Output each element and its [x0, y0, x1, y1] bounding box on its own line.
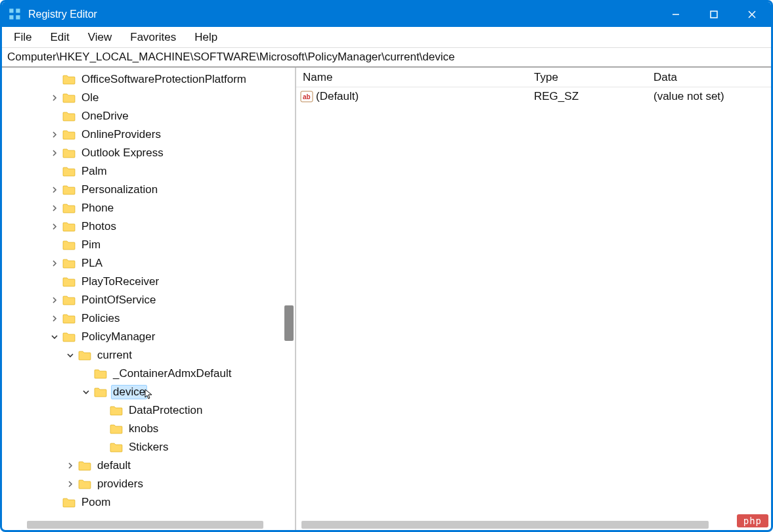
maximize-button[interactable] [695, 2, 733, 27]
tree-node-label: Poom [79, 495, 112, 510]
tree-node[interactable]: OfficeSoftwareProtectionPlatform [2, 70, 295, 89]
tree-node-label: current [95, 348, 134, 363]
tree-node-label: default [95, 458, 133, 473]
value-row[interactable]: ab(Default)REG_SZ(value not set) [296, 87, 771, 106]
tree-node[interactable]: Palm [2, 162, 295, 181]
folder-icon [94, 387, 107, 397]
tree-node-label: Outlook Express [79, 146, 166, 160]
chevron-right-icon[interactable] [49, 313, 60, 324]
tree-node[interactable]: Outlook Express [2, 144, 295, 162]
folder-icon [62, 221, 76, 232]
tree-node[interactable]: Policies [2, 309, 295, 328]
folder-icon [78, 460, 91, 471]
tree-node[interactable]: PlayToReceiver [2, 273, 295, 291]
tree-node-label: OneDrive [79, 109, 131, 123]
registry-tree[interactable]: OfficeSoftwareProtectionPlatformOleOneDr… [2, 68, 295, 512]
tree-node-label: PolicyManager [79, 330, 157, 344]
tree-node-label: Phone [79, 201, 116, 215]
values-list[interactable]: ab(Default)REG_SZ(value not set) [296, 87, 771, 106]
svg-rect-1 [16, 9, 20, 12]
tree-node[interactable]: Photos [2, 217, 295, 236]
chevron-right-icon[interactable] [49, 203, 60, 213]
folder-icon [62, 203, 76, 213]
tree-horizontal-scroll-thumb[interactable] [27, 521, 263, 529]
values-horizontal-scroll-thumb[interactable] [301, 521, 709, 529]
titlebar[interactable]: Registry Editor [2, 2, 771, 27]
tree-node[interactable]: device [2, 383, 295, 401]
chevron-down-icon[interactable] [65, 350, 76, 361]
chevron-down-icon[interactable] [49, 332, 60, 342]
tree-node[interactable]: PointOfService [2, 291, 295, 309]
chevron-right-icon[interactable] [49, 221, 60, 232]
folder-icon [62, 74, 76, 85]
chevron-right-icon[interactable] [65, 479, 76, 489]
tree-horizontal-scrollbar[interactable] [2, 520, 283, 530]
tree-node-label: OnlineProviders [79, 127, 163, 142]
window-title: Registry Editor [28, 9, 97, 20]
chevron-down-icon[interactable] [81, 387, 91, 397]
tree-node-label: PLA [79, 256, 104, 271]
tree-node[interactable]: PLA [2, 254, 295, 273]
folder-icon [62, 93, 76, 103]
values-horizontal-scrollbar[interactable] [301, 520, 759, 530]
tree-node-label: PlayToReceiver [79, 275, 161, 289]
tree-node-label: providers [95, 477, 145, 491]
tree-node[interactable]: Phone [2, 199, 295, 217]
tree-pane: OfficeSoftwareProtectionPlatformOleOneDr… [2, 68, 296, 530]
values-pane: Name Type Data ab(Default)REG_SZ(value n… [296, 68, 771, 530]
column-header-name[interactable]: Name [296, 71, 527, 84]
folder-icon [62, 148, 76, 158]
folder-icon [110, 442, 123, 453]
tree-node-label: Policies [79, 311, 122, 326]
tree-node[interactable]: default [2, 456, 295, 475]
chevron-right-icon[interactable] [49, 93, 60, 103]
address-bar[interactable]: Computer\HKEY_LOCAL_MACHINE\SOFTWARE\Mic… [2, 48, 771, 68]
chevron-right-icon[interactable] [49, 129, 60, 140]
tree-vertical-scroll-thumb[interactable] [284, 305, 294, 341]
folder-icon [62, 313, 76, 324]
tree-node-label: Pim [79, 238, 102, 252]
tree-node[interactable]: providers [2, 475, 295, 493]
svg-rect-3 [16, 15, 20, 19]
tree-node[interactable]: Pim [2, 236, 295, 254]
tree-node[interactable]: PolicyManager [2, 328, 295, 346]
menu-edit[interactable]: Edit [41, 28, 78, 47]
content-area: OfficeSoftwareProtectionPlatformOleOneDr… [2, 68, 771, 530]
values-header: Name Type Data [296, 68, 771, 87]
tree-node[interactable]: _ContainerAdmxDefault [2, 365, 295, 383]
tree-node[interactable]: current [2, 346, 295, 365]
column-header-data[interactable]: Data [647, 71, 771, 84]
column-header-type[interactable]: Type [527, 71, 647, 84]
folder-icon [62, 258, 76, 269]
chevron-right-icon[interactable] [49, 185, 60, 195]
tree-node[interactable]: knobs [2, 420, 295, 438]
chevron-right-icon[interactable] [65, 460, 76, 471]
svg-rect-5 [711, 11, 717, 18]
close-button[interactable] [733, 2, 771, 27]
tree-node[interactable]: Personalization [2, 181, 295, 199]
tree-node-label: Ole [79, 91, 100, 105]
string-value-icon: ab [300, 91, 313, 102]
folder-icon [62, 295, 76, 305]
tree-node-label: device [111, 385, 147, 399]
chevron-right-icon[interactable] [49, 258, 60, 269]
tree-vertical-scrollbar[interactable] [283, 68, 295, 520]
tree-node[interactable]: OneDrive [2, 107, 295, 125]
registry-editor-window: Registry Editor File Edit View Favorites… [0, 0, 773, 532]
folder-icon [62, 166, 76, 177]
tree-node[interactable]: DataProtection [2, 401, 295, 420]
folder-icon [62, 497, 76, 508]
value-name: (Default) [316, 90, 527, 103]
menu-file[interactable]: File [5, 28, 41, 47]
chevron-right-icon[interactable] [49, 295, 60, 305]
tree-node-label: Stickers [127, 440, 170, 454]
chevron-right-icon[interactable] [49, 148, 60, 158]
menu-favorites[interactable]: Favorites [121, 28, 185, 47]
tree-node[interactable]: Ole [2, 89, 295, 107]
minimize-button[interactable] [657, 2, 695, 27]
tree-node[interactable]: OnlineProviders [2, 125, 295, 144]
menu-view[interactable]: View [79, 28, 121, 47]
menu-help[interactable]: Help [185, 28, 227, 47]
tree-node[interactable]: Stickers [2, 438, 295, 456]
tree-node[interactable]: Poom [2, 493, 295, 512]
